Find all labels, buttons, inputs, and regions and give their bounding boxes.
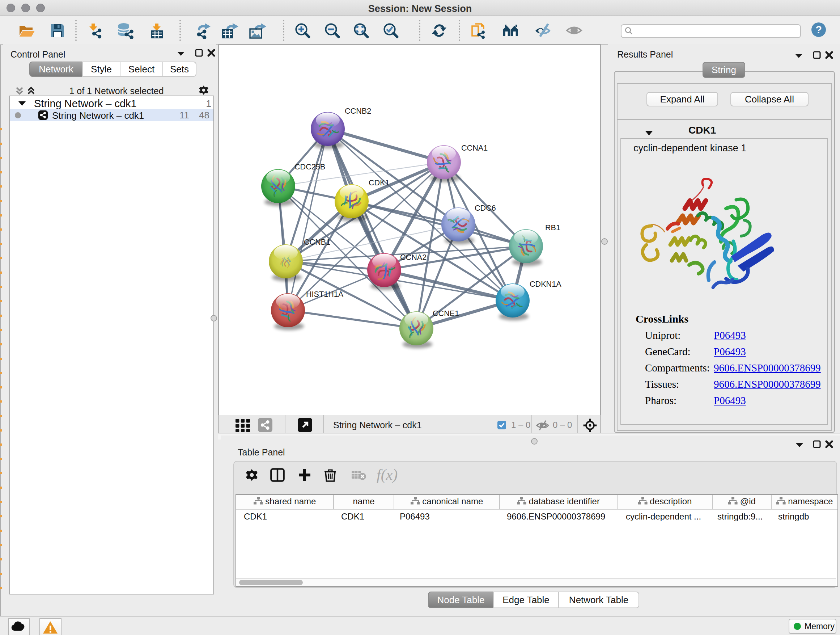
- svg-text:CCNA2: CCNA2: [400, 253, 426, 262]
- svg-text:CDKN1A: CDKN1A: [530, 279, 561, 288]
- svg-text:HIST1H1A: HIST1H1A: [306, 290, 344, 299]
- svg-text:CCNB2: CCNB2: [345, 106, 371, 116]
- svg-text:CCNB1: CCNB1: [304, 238, 330, 247]
- svg-text:CCNA1: CCNA1: [461, 143, 488, 152]
- svg-text:CDC25B: CDC25B: [294, 162, 325, 171]
- svg-text:CCNE1: CCNE1: [433, 309, 459, 318]
- svg-text:CDK1: CDK1: [369, 178, 390, 187]
- svg-text:RB1: RB1: [545, 223, 561, 232]
- svg-text:CDC6: CDC6: [475, 203, 496, 212]
- svg-text:?: ?: [815, 24, 822, 35]
